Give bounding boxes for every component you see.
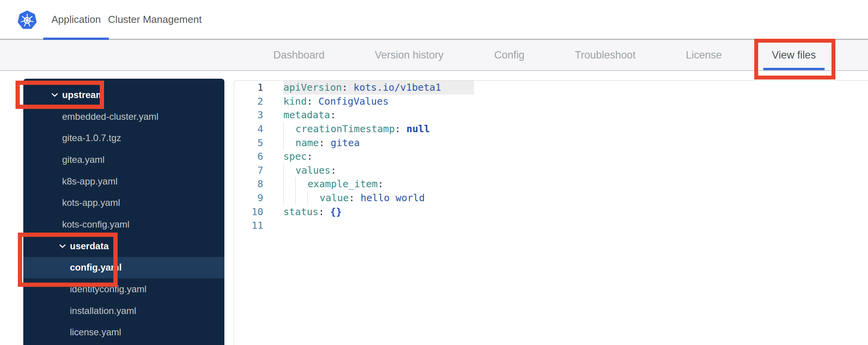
- line-number: 5: [234, 137, 263, 148]
- tree-item-label: userdata: [70, 241, 109, 252]
- code-token: name: [295, 137, 319, 148]
- indent-guide: [283, 164, 295, 178]
- file-viewer-editor[interactable]: 1apiVersion: kots.io/v1beta12kind: Confi…: [234, 80, 868, 345]
- subnav-tab-version-history[interactable]: Version history: [375, 40, 443, 70]
- top-header: ApplicationCluster Management: [0, 0, 868, 40]
- tree-item-embedded-cluster-yaml[interactable]: embedded-cluster.yaml: [23, 106, 224, 128]
- tree-item-identityconfig-yaml[interactable]: identityconfig.yaml: [23, 278, 224, 300]
- code-content: creationTimestamp: null: [283, 122, 430, 136]
- code-line-1: 1apiVersion: kots.io/v1beta1: [234, 81, 868, 95]
- code-token: :: [342, 82, 354, 93]
- code-token: spec: [283, 151, 307, 162]
- code-token: value: [319, 192, 349, 204]
- code-content: example_item:: [283, 177, 384, 191]
- code-token: :: [318, 206, 330, 217]
- tree-item-installation-yaml[interactable]: installation.yaml: [23, 300, 224, 322]
- kots-admin-console: ApplicationCluster Management DashboardV…: [0, 0, 868, 345]
- tree-item-gitea-yaml[interactable]: gitea.yaml: [23, 149, 224, 171]
- code-token: :: [330, 165, 336, 176]
- code-content: kind: ConfigValues: [283, 95, 389, 109]
- line-number: 4: [234, 123, 263, 135]
- code-line-10: 10status: {}: [234, 205, 868, 219]
- subnav-tab-dashboard[interactable]: Dashboard: [273, 40, 325, 70]
- indent-guide: [283, 136, 295, 150]
- code-token: ConfigValues: [318, 96, 389, 107]
- tree-item-kots-app-yaml[interactable]: kots-app.yaml: [23, 192, 224, 214]
- code-line-6: 6spec:: [234, 150, 868, 164]
- tree-item-label: identityconfig.yaml: [70, 284, 146, 295]
- line-number: 8: [234, 178, 263, 190]
- code-token: {}: [330, 206, 342, 217]
- code-content: metadata:: [283, 108, 336, 122]
- code-line-7: 7values:: [234, 164, 868, 178]
- code-token: :: [330, 109, 336, 121]
- tree-item-upstream[interactable]: upstream: [23, 84, 224, 106]
- chevron-down-icon: [59, 244, 66, 248]
- code-token: creationTimestamp: [295, 123, 395, 135]
- code-token: :: [349, 192, 361, 204]
- tree-item-label: gitea.yaml: [62, 154, 104, 165]
- tree-item-label: config.yaml: [70, 262, 122, 273]
- tree-item-label: kots-config.yaml: [62, 219, 129, 230]
- tree-item-label: installation.yaml: [70, 305, 136, 316]
- tree-item-label: gitea-1.0.7.tgz: [62, 133, 121, 143]
- code-content: value: hello world: [283, 191, 425, 205]
- code-token: gitea: [330, 137, 359, 148]
- tree-item-userdata[interactable]: userdata: [23, 235, 224, 257]
- editor-lines: 1apiVersion: kots.io/v1beta12kind: Confi…: [234, 81, 868, 233]
- code-content: status: {}: [283, 205, 342, 219]
- code-token: kots.io/v1beta1: [354, 82, 441, 93]
- subnav-tab-license[interactable]: License: [686, 40, 722, 70]
- tree-item-label: k8s-app.yaml: [62, 176, 118, 187]
- code-token: :: [319, 137, 330, 148]
- code-line-8: 8example_item:: [234, 177, 868, 191]
- code-line-5: 5name: gitea: [234, 136, 868, 150]
- kubernetes-logo-icon: [17, 10, 37, 30]
- tree-item-label: upstream: [62, 90, 104, 100]
- code-token: apiVersion: [283, 82, 342, 93]
- code-token: values: [295, 165, 330, 176]
- tree-item-label: embedded-cluster.yaml: [62, 111, 158, 122]
- code-token: metadata: [283, 109, 330, 121]
- code-line-3: 3metadata:: [234, 108, 868, 122]
- indent-guide: [307, 191, 319, 205]
- code-token: :: [378, 178, 384, 190]
- tree-item-k8s-app-yaml[interactable]: k8s-app.yaml: [23, 171, 224, 192]
- header-tab-cluster-management[interactable]: Cluster Management: [108, 0, 201, 39]
- code-content: values:: [283, 164, 336, 178]
- tree-item-license-yaml[interactable]: license.yaml: [23, 322, 224, 343]
- code-content: name: gitea: [283, 136, 360, 150]
- code-token: null: [406, 123, 430, 135]
- indent-guide: [283, 191, 295, 205]
- indent-guide: [295, 191, 307, 205]
- app-subnav: DashboardVersion historyConfigTroublesho…: [0, 40, 868, 71]
- subnav-tab-view-files[interactable]: View files: [772, 40, 816, 70]
- line-number: 11: [234, 220, 263, 231]
- tree-item-kots-config-yaml[interactable]: kots-config.yaml: [23, 214, 224, 235]
- subnav-tab-config[interactable]: Config: [494, 40, 524, 70]
- tree-item-gitea-1-0-7-tgz[interactable]: gitea-1.0.7.tgz: [23, 127, 224, 149]
- line-number: 9: [234, 192, 263, 204]
- header-tab-application[interactable]: Application: [51, 0, 101, 39]
- chevron-down-icon: [52, 93, 58, 97]
- code-line-9: 9value: hello world: [234, 191, 868, 205]
- subnav-tab-troubleshoot[interactable]: Troubleshoot: [575, 40, 636, 70]
- code-content: apiVersion: kots.io/v1beta1: [283, 81, 474, 95]
- code-content: spec:: [283, 150, 312, 164]
- line-number: 3: [234, 109, 263, 121]
- code-line-2: 2kind: ConfigValues: [234, 95, 868, 109]
- line-number: 1: [234, 82, 263, 93]
- tree-item-label: kots-app.yaml: [62, 197, 120, 208]
- indent-guide: [295, 177, 307, 191]
- indent-guide: [283, 177, 295, 191]
- line-number: 6: [234, 151, 263, 162]
- code-token: kind: [283, 96, 307, 107]
- code-token: :: [307, 151, 312, 162]
- code-token: hello world: [361, 192, 425, 204]
- file-tree: upstreamembedded-cluster.yamlgitea-1.0.7…: [23, 79, 224, 345]
- line-number: 10: [234, 206, 263, 217]
- code-line-11: 11: [234, 219, 868, 233]
- tree-item-label: license.yaml: [70, 327, 121, 338]
- code-token: :: [395, 123, 406, 135]
- tree-item-config-yaml[interactable]: config.yaml: [23, 257, 224, 279]
